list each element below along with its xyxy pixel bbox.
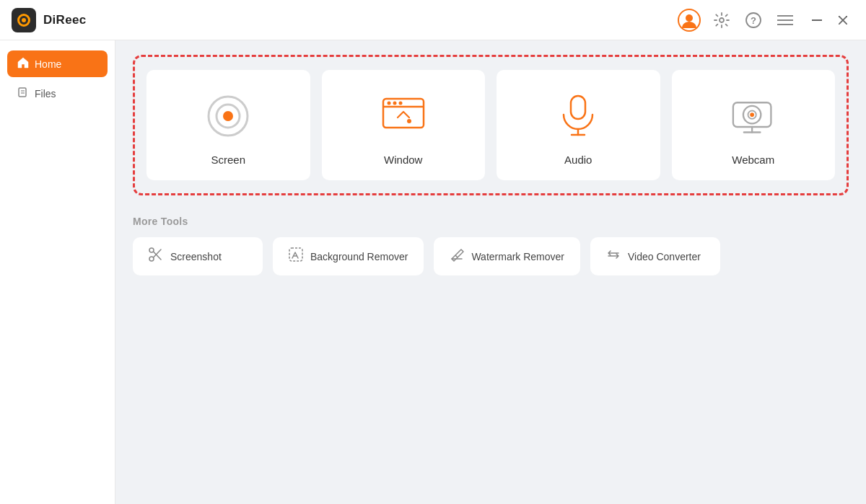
screen-mode-card[interactable]: Screen	[146, 70, 310, 180]
sidebar-item-files[interactable]: Files	[7, 80, 108, 107]
video-converter-tool-button[interactable]: Video Converter	[590, 237, 720, 275]
svg-point-22	[407, 119, 411, 123]
svg-rect-23	[571, 96, 585, 119]
home-icon	[17, 57, 29, 71]
svg-point-20	[393, 102, 396, 105]
watermark-remover-tool-button[interactable]: Watermark Remover	[434, 237, 580, 275]
minimize-button[interactable]	[805, 9, 828, 32]
content-area: Screen Window	[115, 40, 866, 504]
svg-point-19	[387, 102, 390, 105]
window-mode-label: Window	[384, 154, 422, 166]
sidebar-item-home[interactable]: Home	[7, 50, 108, 77]
svg-line-38	[455, 255, 458, 257]
eraser-icon	[450, 247, 464, 265]
title-bar: DiReec ?	[0, 0, 866, 40]
app-brand: DiReec	[12, 8, 86, 32]
settings-icon[interactable]	[710, 9, 733, 32]
sidebar-files-label: Files	[35, 88, 56, 100]
screenshot-tool-label: Screenshot	[170, 251, 222, 262]
webcam-mode-card[interactable]: Webcam	[672, 70, 836, 180]
audio-mode-card[interactable]: Audio	[497, 70, 660, 180]
svg-rect-11	[19, 88, 26, 97]
window-mode-card[interactable]: Window	[322, 70, 486, 180]
scissors-icon	[149, 247, 163, 265]
convert-icon	[606, 247, 621, 265]
window-controls	[805, 9, 854, 32]
title-bar-controls: ?	[677, 8, 854, 32]
screen-mode-label: Screen	[211, 154, 245, 166]
app-logo	[12, 8, 36, 32]
svg-point-2	[720, 18, 724, 22]
menu-icon[interactable]	[774, 9, 797, 32]
screen-icon	[202, 90, 254, 142]
webcam-icon	[727, 90, 779, 142]
svg-text:?: ?	[751, 15, 756, 26]
watermark-remover-tool-label: Watermark Remover	[471, 251, 564, 262]
svg-point-16	[223, 111, 233, 121]
help-icon[interactable]: ?	[742, 9, 765, 32]
close-button[interactable]	[831, 9, 854, 32]
main-layout: Home Files	[0, 40, 866, 504]
svg-point-29	[750, 112, 754, 117]
screenshot-tool-button[interactable]: Screenshot	[133, 237, 263, 275]
sidebar: Home Files	[0, 40, 115, 504]
tools-grid: Screenshot Background Remover	[133, 237, 849, 275]
more-tools-heading: More Tools	[133, 216, 849, 227]
video-converter-tool-label: Video Converter	[628, 251, 701, 262]
logo-ring	[17, 14, 30, 27]
audio-mode-label: Audio	[564, 154, 592, 166]
webcam-mode-label: Webcam	[732, 154, 774, 166]
app-name: DiReec	[43, 13, 86, 27]
background-remover-tool-button[interactable]: Background Remover	[273, 237, 424, 275]
window-icon	[377, 90, 429, 142]
background-remover-tool-label: Background Remover	[310, 251, 408, 262]
audio-icon	[552, 90, 604, 142]
svg-point-21	[398, 102, 402, 105]
user-profile-icon[interactable]	[677, 8, 701, 32]
svg-point-1	[686, 14, 693, 22]
bg-remove-icon	[289, 247, 303, 265]
more-tools-section: More Tools Screenshot	[133, 216, 849, 275]
sidebar-home-label: Home	[35, 58, 61, 70]
files-icon	[17, 87, 29, 100]
logo-dot	[22, 18, 26, 22]
recording-modes-section: Screen Window	[133, 55, 849, 195]
